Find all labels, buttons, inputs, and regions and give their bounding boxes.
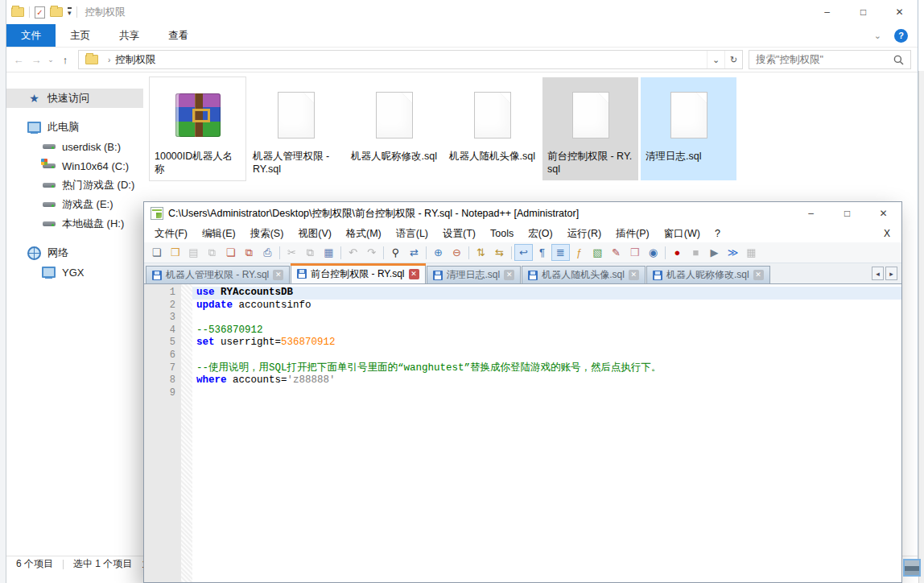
computer-icon [42,266,56,279]
bookmark-margin[interactable] [181,284,192,582]
replace-icon[interactable]: ⇄ [405,244,423,261]
show-all-characters-icon[interactable]: ¶ [533,244,551,261]
document-tab[interactable]: 机器人管理权限 - RY.sql✕ [146,266,290,283]
code-area[interactable]: use RYAccountsDBupdate accountsinfo--536… [192,284,901,582]
document-tab[interactable]: 机器人随机头像.sql✕ [522,266,646,283]
code-token: userright= [215,337,282,348]
minimize-button[interactable]: – [793,202,829,225]
sync-vertical-scroll-icon[interactable]: ⇅ [472,244,490,261]
thumbnail-tray-icon[interactable] [903,559,921,577]
drive-icon [42,217,56,230]
ribbon-collapse-chevron-icon[interactable]: ⌄ [874,31,881,41]
address-bar[interactable]: › 控制权限 ⌄↻ [78,50,743,69]
search-input[interactable] [756,54,893,65]
sidebar-item-YGX[interactable]: YGX [6,263,143,282]
print-icon[interactable]: ⎙ [258,244,277,261]
menu-item-格式(M)[interactable]: 格式(M) [339,225,389,242]
file-item[interactable]: 机器人随机头像.sql [444,77,540,180]
folder-as-workspace-icon[interactable]: ❒ [625,244,644,261]
menu-item-编辑(E)[interactable]: 编辑(E) [195,225,243,242]
tab-scroll-left[interactable]: ◂ [872,267,884,280]
new-file-icon[interactable]: ❏ [147,244,166,261]
ribbon-tab-主页[interactable]: 主页 [56,24,105,47]
menu-item-Tools[interactable]: Tools [483,226,521,241]
word-wrap-icon[interactable]: ↩ [514,244,533,261]
document-map-icon[interactable]: ▧ [588,244,607,261]
close-file-icon[interactable]: ❏ [221,244,240,261]
breadcrumb-chevron-icon: › [108,56,110,64]
sidebar-item-快速访问[interactable]: 快速访问 [6,89,143,108]
find-icon[interactable]: ⚲ [386,244,405,261]
indent-guide-icon[interactable]: ≣ [551,244,570,261]
minimize-button[interactable]: – [809,0,845,24]
menu-item-宏(O)[interactable]: 宏(O) [521,225,560,242]
code-line [192,349,901,362]
sync-horizontal-scroll-icon[interactable]: ⇆ [490,244,509,261]
paste-icon[interactable]: ▦ [320,244,338,261]
menu-item-?[interactable]: ? [707,226,728,241]
sidebar-item-Win10x64 (C:)[interactable]: Win10x64 (C:) [6,156,143,176]
macro-run-multiple-icon[interactable]: ≫ [724,244,742,261]
maximize-button[interactable]: □ [845,0,881,24]
document-tab[interactable]: 清理日志.sql✕ [427,266,522,283]
zoom-out-icon[interactable]: ⊖ [448,244,466,261]
zoom-in-icon[interactable]: ⊕ [429,244,448,261]
breadcrumb[interactable]: 控制权限 [115,53,155,67]
menu-item-视图(V)[interactable]: 视图(V) [291,225,339,242]
ribbon-tab-共享[interactable]: 共享 [105,24,154,47]
tab-scroll-right[interactable]: ▸ [885,267,897,280]
search-box[interactable] [749,50,911,69]
menu-item-文件(F)[interactable]: 文件(F) [147,225,195,242]
document-tab[interactable]: 前台控制权限 - RY.sql✕ [291,263,425,283]
menu-item-插件(P)[interactable]: 插件(P) [608,225,657,242]
document-list-icon[interactable]: ✎ [607,244,625,261]
file-item[interactable]: 10000ID机器人名称 [150,77,245,180]
editor[interactable]: 123456789 use RYAccountsDBupdate account… [144,283,901,582]
tab-close-icon[interactable]: ✕ [504,270,514,280]
open-folder-icon[interactable]: ❒ [166,244,184,261]
sidebar-item-游戏盘 (E:)[interactable]: 游戏盘 (E:) [6,195,143,214]
tab-close-icon[interactable]: ✕ [753,270,764,280]
divider [76,6,77,18]
menu-item-窗口(W)[interactable]: 窗口(W) [657,225,707,242]
function-list-icon[interactable]: ƒ [570,244,588,261]
file-item[interactable]: 前台控制权限 - RY.sql [542,77,638,180]
help-icon[interactable]: ? [894,29,908,43]
code-line: set userright=536870912 [192,337,901,349]
close-button[interactable]: ✕ [865,202,901,225]
refresh-button[interactable]: ↻ [724,51,742,68]
ribbon-tab-查看[interactable]: 查看 [154,24,203,47]
sidebar-item-网络[interactable]: 网络 [6,243,143,263]
macro-play-icon[interactable]: ▶ [705,244,724,261]
code-token: 536870912 [281,337,336,348]
close-all-icon[interactable]: ⧉ [240,244,258,261]
close-button[interactable]: ✕ [881,0,918,24]
new-folder-icon[interactable] [50,7,63,17]
sidebar-item-热门游戏盘 (D:)[interactable]: 热门游戏盘 (D:) [6,176,143,195]
qat-customize-chevron-icon[interactable]: ▾ [68,7,72,17]
menu-item-设置(T)[interactable]: 设置(T) [435,225,483,242]
file-item[interactable]: 清理日志.sql [641,77,736,180]
tab-close-icon[interactable]: ✕ [273,270,283,280]
menu-item-搜索(S)[interactable]: 搜索(S) [243,225,291,242]
address-dropdown[interactable]: ⌄ [707,51,724,68]
tab-close-icon[interactable]: ✕ [409,269,419,279]
sidebar-item-此电脑[interactable]: 此电脑 [6,118,143,137]
sidebar-item-本地磁盘 (H:)[interactable]: 本地磁盘 (H:) [6,214,143,234]
ribbon-tab-文件[interactable]: 文件 [6,24,56,47]
monitoring-icon[interactable]: ◉ [644,244,662,261]
cut-icon: ✂ [283,244,301,261]
file-item[interactable]: 机器人昵称修改.sql [346,77,442,180]
file-item[interactable]: 机器人管理权限 - RY.sql [248,77,344,180]
menu-item-运行(R)[interactable]: 运行(R) [560,225,608,242]
tab-close-icon[interactable]: ✕ [629,270,639,280]
close-document-x[interactable]: X [872,228,901,239]
up-button[interactable]: ↑ [56,51,74,68]
sidebar-item-userdisk (B:)[interactable]: userdisk (B:) [6,137,143,156]
drive-win-icon [42,159,56,172]
document-tab[interactable]: 机器人昵称修改.sql✕ [646,266,770,283]
macro-record-icon[interactable]: ● [668,244,687,261]
maximize-button[interactable]: □ [829,202,865,225]
checkmark-icon[interactable]: ✓ [35,6,45,19]
menu-item-语言(L)[interactable]: 语言(L) [389,225,435,242]
